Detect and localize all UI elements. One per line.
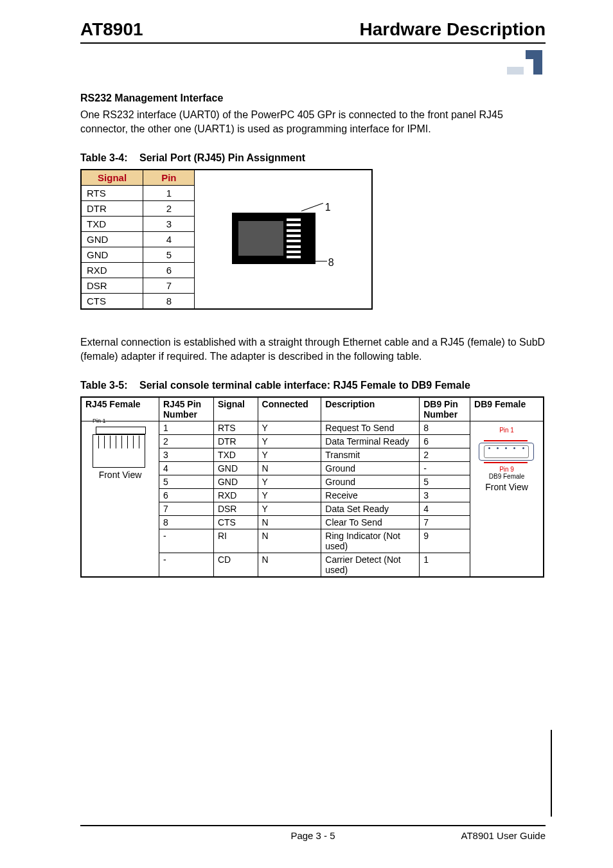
rj45-female-icon: Pin 1 [93,427,148,468]
footer-page-num: Page 3 - 5 [80,830,546,841]
table-3-5: RJ45 Female RJ45 Pin Number Signal Conne… [80,396,544,578]
pin-1-label: 1 [325,202,331,213]
table-3-4-caption: Table 3-4: Serial Port (RJ45) Pin Assign… [80,152,546,164]
table-3-4: Signal Pin 1 8 RTS1 DTR2 TXD3 GND4 GND5 … [80,169,373,310]
th-db9-pin: DB9 Pin Number [420,397,470,421]
rj45-illustration-cell: 1 8 [195,170,372,309]
db9-pin9-label: Pin 9 [474,466,539,473]
page-header: AT8901 Hardware Description [80,19,546,44]
page-footer: Page 3 - 5 AT8901 User Guide [80,825,546,841]
db9-pin1-label: Pin 1 [474,427,539,434]
pin-8-label: 8 [328,257,334,269]
paragraph-1: One RS232 interface (UART0) of the Power… [80,108,546,136]
db9-part-label: DB9 Female [474,473,539,480]
section-heading: RS232 Management Interface [80,93,546,104]
th-pin: Pin [143,170,195,186]
db9-front-view-label: Front View [474,482,539,492]
th-signal: Signal [81,170,143,186]
front-view-label: Front View [85,470,155,480]
table-3-5-caption: Table 3-5: Serial console terminal cable… [80,380,546,391]
side-rule [551,730,552,817]
table-row: Pin 1 Front View 1RTSYRequest To Send8 P… [81,421,544,435]
rj45-plug-icon: 1 8 [232,203,335,274]
db9-female-illustration-cell: Pin 1 Pin 9 DB9 Female Front View [470,421,544,578]
header-product: AT8901 [80,19,143,40]
header-title: Hardware Description [360,19,546,40]
logo-graphic [507,50,542,75]
rj45-female-illustration-cell: Pin 1 Front View [81,421,159,578]
th-signal: Signal [213,397,258,421]
th-description: Description [321,397,420,421]
th-db9-female: DB9 Female [470,397,544,421]
paragraph-2: External connection is established with … [80,335,546,363]
caption-title: Serial Port (RJ45) Pin Assignment [139,152,305,163]
th-connected: Connected [258,397,321,421]
th-rj45-pin: RJ45 Pin Number [159,397,213,421]
pin-1-label: Pin 1 [93,418,106,424]
caption-number: Table 3-4: [80,152,128,163]
caption-number: Table 3-5: [80,380,128,391]
logo [80,50,546,75]
db9-female-icon [479,438,535,465]
caption-title: Serial console terminal cable interface:… [139,380,470,391]
